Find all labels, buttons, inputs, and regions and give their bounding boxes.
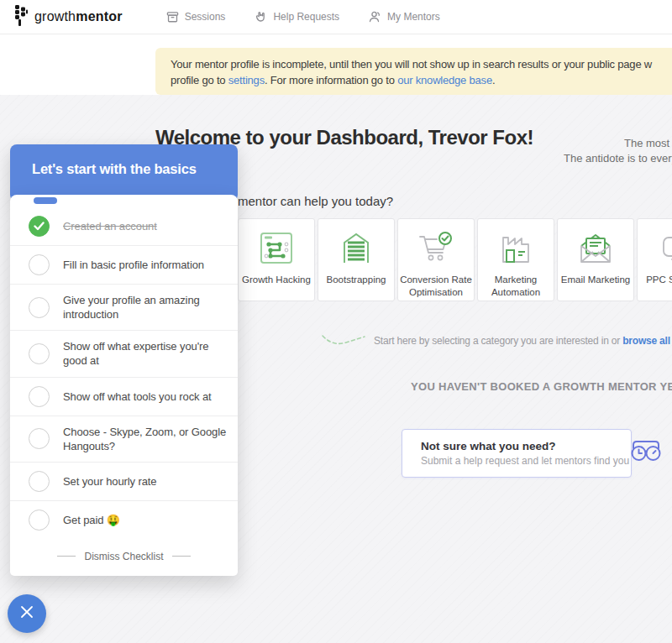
checklist-item-expertise[interactable]: Show off what expertise you're good at [10,331,238,377]
category-card-bootstrapping[interactable]: Bootstrapping [318,218,395,301]
help-card-subtitle: Submit a help request and let mentors fi… [421,455,629,467]
checklist-item-created-account[interactable]: Created an account [10,207,238,246]
checklist-item-basic-profile[interactable]: Fill in basic profile information [10,246,238,285]
checklist-item-label: Give your profile an amazing introductio… [63,293,231,322]
category-card-row: Growth Hacking Bootstrapping [238,218,672,301]
category-card-conversion-rate-optimisation[interactable]: Conversion Rate Optimisation [397,218,475,301]
nav-item-label: Sessions [185,11,226,23]
logo-wordmark: growthmentor [34,9,123,24]
checklist-item-label: Show off what tools you rock at [63,389,212,404]
conversion-rate-icon [417,229,455,268]
marketing-automation-icon [497,229,534,268]
checklist-item-tools[interactable]: Show off what tools you rock at [10,378,238,416]
unchecked-circle-icon [29,386,50,407]
bootstrapping-icon [338,229,375,268]
help-card-text: Not sure what you need? Submit a help re… [421,440,629,467]
nav-item-help-requests[interactable]: Help Requests [254,10,339,24]
checklist-item-label: Get paid 🤑 [63,513,120,527]
close-icon [18,604,35,624]
nav-items: Sessions Help Requests [166,10,440,24]
email-marketing-icon [576,229,615,268]
ppc-strategy-icon [657,229,672,268]
nav-item-sessions[interactable]: Sessions [166,11,226,24]
my-mentors-icon [368,10,381,24]
incomplete-profile-banner: Your mentor profile is incomplete, until… [155,48,672,95]
dismiss-checklist-label: Dismiss Checklist [84,551,163,562]
checklist-item-label: Fill in basic profile information [63,258,204,272]
quote-line-2: The antidote is to every e [564,152,672,165]
help-request-card[interactable]: Not sure what you need? Submit a help re… [402,429,632,478]
nav-item-my-mentors[interactable]: My Mentors [368,10,440,24]
unchecked-circle-icon [29,471,50,492]
checklist-item-introduction[interactable]: Give your profile an amazing introductio… [10,285,238,331]
checked-circle-icon [29,216,50,237]
category-label: Growth Hacking [240,274,312,286]
checklist-item-label: Show off what expertise you're good at [63,339,231,368]
dash-decoration [57,556,76,557]
unchecked-circle-icon [29,428,50,449]
category-label: Bootstrapping [320,274,392,286]
unchecked-circle-icon [29,510,50,531]
category-label: PPC Strategy [639,274,672,286]
quote-line-1: The most c [624,137,672,149]
checklist-item-label: Choose - Skype, Zoom, or Google Hangouts… [63,425,231,453]
banner-line-2: profile go to settings. For more informa… [171,72,672,88]
checklist-item-hourly-rate[interactable]: Set your hourly rate [10,463,238,501]
checklist-body: Created an account Fill in basic profile… [10,195,238,576]
checklist-item-label: Created an account [63,219,157,233]
checklist-header: Let's start with the basics [10,144,238,201]
checklist-items: Created an account Fill in basic profile… [10,207,238,539]
dash-decoration [172,556,191,557]
category-card-ppc-strategy[interactable]: PPC Strategy [637,218,672,301]
no-booking-message: YOU HAVEN'T BOOKED A GROWTH MENTOR YET. [411,380,672,393]
dismiss-checklist-button[interactable]: Dismiss Checklist [10,539,238,572]
checklist-progress-bar [34,197,57,204]
checklist-item-label: Set your hourly rate [63,474,156,489]
knowledge-base-link[interactable]: our knowledge base [397,74,492,86]
category-label: Email Marketing [559,274,632,286]
nav-item-label: Help Requests [273,11,339,23]
category-card-marketing-automation[interactable]: Marketing Automation [477,218,554,301]
top-navbar: growthmentor Sessions [0,0,672,34]
nav-item-label: My Mentors [387,11,440,23]
banner-line-1: Your mentor profile is incomplete, until… [171,56,672,72]
unchecked-circle-icon [29,254,50,275]
checklist-item-call-tool[interactable]: Choose - Skype, Zoom, or Google Hangouts… [10,416,238,463]
unchecked-circle-icon [29,343,50,364]
growthmentor-logo[interactable]: growthmentor [15,4,123,29]
curved-arrow-icon [321,329,366,356]
close-checklist-fab[interactable] [8,594,46,633]
dashboard-screen: growthmentor Sessions [0,0,672,643]
growth-hacking-icon [257,229,296,268]
category-label: Conversion Rate Optimisation [400,274,472,299]
growthmentor-logo-icon [15,4,28,29]
checklist-title: Let's start with the basics [10,144,238,177]
category-card-email-marketing[interactable]: Email Marketing [557,218,634,301]
start-here-text: Start here by selecting a category you a… [374,335,672,347]
browse-all-mentors-link[interactable]: browse all mentors [622,335,672,347]
category-label: Marketing Automation [480,274,552,299]
checklist-item-get-paid[interactable]: Get paid 🤑 [10,501,238,539]
sessions-icon [166,11,179,24]
unchecked-circle-icon [29,297,50,318]
category-card-growth-hacking[interactable]: Growth Hacking [238,218,315,301]
help-card-title: Not sure what you need? [421,440,629,452]
section-subtitle: mentor can help you today? [238,194,393,208]
settings-link[interactable]: settings [228,74,265,86]
goggles-icon [629,439,663,468]
help-requests-icon [254,10,267,24]
